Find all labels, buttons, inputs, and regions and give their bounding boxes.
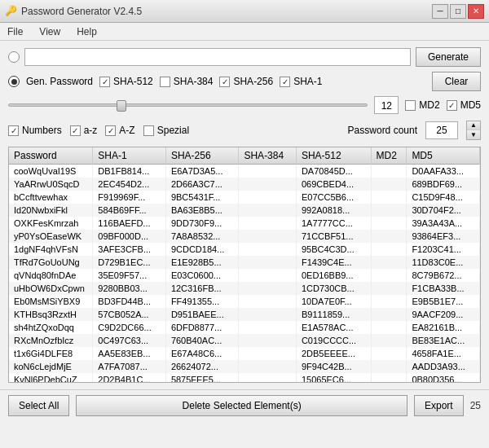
table-cell <box>371 373 407 383</box>
password-count-label: Password count <box>348 125 417 136</box>
table-row[interactable]: qVNdq80fnDAe35E09F57...E03C0600...0ED16B… <box>9 269 480 282</box>
sha384-label: SHA-384 <box>174 76 214 87</box>
table-row[interactable]: Id20NwbxiFkl584B69FF...BA63E8B5...992A08… <box>9 204 480 217</box>
table-row[interactable]: bCcfttvewhaxF919969F...9BC5431F...E07CC5… <box>9 191 480 204</box>
table-cell: YaARrwU0SqcD <box>9 178 93 191</box>
table-row[interactable]: koN6cLejdMjEA7FA7087...26624072...9F94C4… <box>9 360 480 373</box>
page-number: 25 <box>470 400 481 411</box>
close-button[interactable]: ✕ <box>468 4 484 19</box>
table-cell: 760B40AC... <box>165 334 239 347</box>
table-cell: C9D2DC66... <box>93 321 166 334</box>
table-row[interactable]: OXKFesKmrzah116BAEFD...9DD730F9...1A7777… <box>9 217 480 230</box>
table-row[interactable]: YaARrwU0SqcD2EC454D2...2D66A3C7...069CBE… <box>9 178 480 191</box>
table-cell <box>239 269 296 282</box>
password-count-input[interactable] <box>425 121 458 139</box>
table-cell <box>371 178 407 191</box>
table-body: cooWqUvaI19SDB1FB814...E6A7D3A5...DA7084… <box>9 165 480 384</box>
radio-gen-password[interactable] <box>8 76 20 87</box>
password-table-container[interactable]: Password SHA-1 SHA-256 SHA-384 SHA-512 M… <box>8 147 481 383</box>
select-all-button[interactable]: Select All <box>8 395 69 416</box>
table-cell: KvNl6PDebCuZ <box>9 373 93 383</box>
table-cell: B9111859... <box>296 308 371 321</box>
table-cell <box>371 191 407 204</box>
md2-checkbox[interactable] <box>405 100 416 111</box>
md2-label: MD2 <box>419 99 439 111</box>
slider-thumb[interactable] <box>117 100 126 112</box>
spezial-checkbox[interactable] <box>143 125 154 136</box>
col-sha256: SHA-256 <box>165 147 239 165</box>
table-row[interactable]: RXcMnOzfbIcz0C497C63...760B40AC...C019CC… <box>9 334 480 347</box>
table-cell: 10DA7E0F... <box>296 295 371 308</box>
maximize-button[interactable]: □ <box>450 4 466 19</box>
sha512-checkbox[interactable]: ✓ <box>99 77 110 87</box>
col-sha384: SHA-384 <box>239 147 296 165</box>
minimize-button[interactable]: ─ <box>432 4 448 19</box>
table-cell: 95BC4C3D... <box>296 243 371 256</box>
radio-empty[interactable] <box>8 51 20 63</box>
clear-button[interactable]: Clear <box>432 72 481 91</box>
sha256-checkbox[interactable]: ✓ <box>219 77 230 87</box>
table-cell: BA63E8B5... <box>165 204 239 217</box>
slider-track[interactable] <box>8 103 368 107</box>
table-row[interactable]: KTHBsq3RzxtH57CB052A...D951BAEE...B91118… <box>9 308 480 321</box>
menu-view[interactable]: View <box>37 25 63 38</box>
table-cell: 9280BB03... <box>93 282 166 295</box>
table-cell: 71CCBF51... <box>296 230 371 243</box>
menu-file[interactable]: File <box>5 25 25 38</box>
table-cell: 26624072... <box>165 360 239 373</box>
table-row[interactable]: t1x6Gi4DLFE8AA5E83EB...E67A48C6...2DB5EE… <box>9 347 480 360</box>
col-password: Password <box>9 147 93 165</box>
table-cell <box>239 165 296 178</box>
delete-selected-button[interactable]: Delete Selected Element(s) <box>76 395 408 416</box>
table-row[interactable]: Eb0MsMSiYBX9BD3FD44B...FF491355...10DA7E… <box>9 295 480 308</box>
sha1-group: ✓ SHA-1 <box>280 76 322 87</box>
export-button[interactable]: Export <box>414 395 464 416</box>
table-row[interactable]: uHbOW6DxCpwn9280BB03...12C316FB...1CD730… <box>9 282 480 295</box>
table-cell: 57CB052A... <box>93 308 166 321</box>
table-cell <box>239 334 296 347</box>
az-checkbox[interactable]: ✓ <box>70 125 81 136</box>
table-cell: cooWqUvaI19S <box>9 165 93 178</box>
table-cell: E6A7D3A5... <box>165 165 239 178</box>
password-input[interactable] <box>24 48 411 66</box>
gen-password-row: Gen. Password ✓ SHA-512 SHA-384 ✓ SHA-25… <box>8 72 481 91</box>
menu-help[interactable]: Help <box>74 25 99 38</box>
table-cell: F1CBA33B... <box>407 282 480 295</box>
numbers-checkbox[interactable]: ✓ <box>8 125 19 136</box>
table-row[interactable]: cooWqUvaI19SDB1FB814...E6A7D3A5...DA7084… <box>9 165 480 178</box>
spinner-down[interactable]: ▼ <box>467 130 480 139</box>
table-row[interactable]: TfRd7GoUoUNgD729B1EC...E1E928B5...F1439C… <box>9 256 480 269</box>
generate-button[interactable]: Generate <box>416 47 481 67</box>
table-cell <box>371 282 407 295</box>
table-cell: A7FA7087... <box>93 360 166 373</box>
table-cell <box>371 295 407 308</box>
table-cell <box>371 165 407 178</box>
az-upper-checkbox[interactable]: ✓ <box>105 125 116 136</box>
md5-checkbox[interactable]: ✓ <box>447 100 457 111</box>
table-cell: 3AFE3CFB... <box>93 243 166 256</box>
sha1-label: SHA-1 <box>293 76 322 87</box>
table-cell: Id20NwbxiFkl <box>9 204 93 217</box>
table-row[interactable]: yP0YsOEaseWK09BF000D...7A8A8532...71CCBF… <box>9 230 480 243</box>
table-row[interactable]: KvNl6PDebCuZ2D2B4B1C...5875FEE5...15065E… <box>9 373 480 383</box>
password-table: Password SHA-1 SHA-256 SHA-384 SHA-512 M… <box>9 147 480 383</box>
sha384-checkbox[interactable] <box>160 77 170 87</box>
sha384-group: SHA-384 <box>160 76 214 87</box>
table-cell: 0B80D356... <box>407 373 480 383</box>
table-row[interactable]: 1dgNF4qhVFsN3AFE3CFB...9CDCD184...95BC4C… <box>9 243 480 256</box>
table-cell: BE83E1AC... <box>407 334 480 347</box>
table-cell: Eb0MsMSiYBX9 <box>9 295 93 308</box>
title-bar-left: 🔑 Password Generator V2.4.5 <box>5 5 142 18</box>
table-cell: EA82161B... <box>407 321 480 334</box>
sha1-checkbox[interactable]: ✓ <box>280 77 290 87</box>
table-cell: 1CD730CB... <box>296 282 371 295</box>
spinner-up[interactable]: ▲ <box>467 121 480 130</box>
table-row[interactable]: sh4htZQxoDqqC9D2DC66...6DFD8877...E1A578… <box>9 321 480 334</box>
table-cell: 15065EC6... <box>296 373 371 383</box>
table-cell: D729B1EC... <box>93 256 166 269</box>
table-cell: koN6cLejdMjE <box>9 360 93 373</box>
md5-label: MD5 <box>460 99 481 111</box>
table-cell: 992A0818... <box>296 204 371 217</box>
numbers-group: ✓ Numbers <box>8 125 62 136</box>
table-cell: 9F94C42B... <box>296 360 371 373</box>
